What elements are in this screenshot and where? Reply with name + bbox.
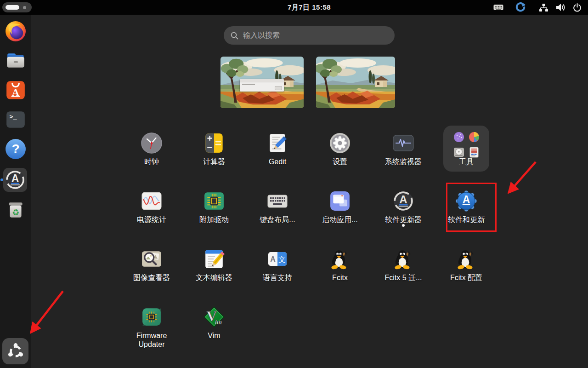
search-input[interactable]: 输入以搜索 <box>224 26 395 45</box>
app-label: Gedit <box>269 157 286 166</box>
app-label: Fcitx 配置 <box>450 273 482 282</box>
app-vim[interactable]: V im Vim <box>184 306 244 340</box>
svg-text:♻: ♻ <box>12 208 19 217</box>
folder-mini-icon-4 <box>469 147 480 158</box>
system-tray <box>493 0 583 15</box>
help-icon: ? <box>5 138 26 160</box>
gedit-icon <box>266 132 288 154</box>
firmware-updater-icon <box>141 306 163 328</box>
files-icon <box>5 50 26 71</box>
app-label: 设置 <box>333 157 347 166</box>
app-fcitx-config[interactable]: Fcitx 配置 <box>436 248 496 282</box>
power-icon[interactable] <box>573 0 582 15</box>
dock-item-software-updater[interactable]: A <box>3 168 27 192</box>
app-power-statistics[interactable]: 电源统计 <box>122 190 181 224</box>
app-software-updater[interactable]: A 软件更新器 <box>373 190 433 224</box>
calculator-icon <box>203 132 225 154</box>
app-label: 启动应用... <box>322 215 357 224</box>
search-icon <box>231 32 238 40</box>
app-image-viewer[interactable]: 图像查看器 <box>122 248 181 282</box>
dock-separator <box>6 164 24 164</box>
dock: A >_ ? A ♻ <box>0 15 31 368</box>
keyboard-indicator-icon[interactable] <box>493 0 503 15</box>
svg-text:文: 文 <box>278 256 286 264</box>
app-firmware-updater[interactable]: Firmware Updater <box>122 306 181 349</box>
fcitx-input-method-icon[interactable] <box>515 0 526 15</box>
svg-text:A: A <box>11 172 19 184</box>
keyboard-layout-icon <box>266 190 288 212</box>
settings-gear-icon <box>329 132 351 154</box>
app-label: 键盘布局... <box>260 215 295 224</box>
ubuntu-logo-icon <box>6 341 26 362</box>
app-label: 系统监视器 <box>385 157 422 166</box>
annotation-arrows <box>0 0 588 368</box>
trash-icon: ♻ <box>5 199 26 220</box>
network-wired-icon[interactable] <box>539 0 548 15</box>
app-settings[interactable]: 设置 <box>310 132 370 166</box>
svg-text:im: im <box>215 318 222 326</box>
dock-item-files[interactable] <box>5 50 26 71</box>
terminal-icon: >_ <box>5 109 26 130</box>
app-keyboard-layout[interactable]: 键盘布局... <box>248 190 307 224</box>
fcitx-tux-icon <box>392 248 414 270</box>
folder-mini-icon-3 <box>453 147 464 158</box>
volume-icon[interactable] <box>556 0 565 15</box>
search-placeholder: 输入以搜索 <box>243 31 280 40</box>
app-label: Vim <box>208 331 220 340</box>
app-label: 软件更新器 <box>385 215 422 224</box>
app-label: 语言支持 <box>263 273 292 282</box>
dock-item-ubuntu-software[interactable]: A <box>5 80 26 101</box>
show-applications-button[interactable] <box>2 338 28 364</box>
app-label: 时钟 <box>144 157 159 166</box>
ubuntu-software-icon: A <box>5 80 26 101</box>
svg-text:A: A <box>270 255 276 263</box>
workspace-thumbnail-2[interactable] <box>316 57 395 108</box>
app-label: 附加驱动 <box>199 215 229 224</box>
svg-text:?: ? <box>11 141 19 156</box>
software-updater-grid-icon: A <box>392 190 414 212</box>
startup-applications-icon <box>329 190 351 212</box>
fcitx-tux-icon <box>329 248 351 270</box>
app-text-editor[interactable]: 文本编辑器 <box>184 248 244 282</box>
app-label: 电源统计 <box>137 215 166 224</box>
workspace-indicator-pill[interactable] <box>2 2 32 12</box>
top-bar: 7月7日 15:58 <box>0 0 588 15</box>
dock-item-firefox[interactable] <box>5 21 26 42</box>
svg-text:A: A <box>463 194 470 206</box>
workspace-active-dot <box>6 5 19 10</box>
app-label: 图像查看器 <box>133 273 170 282</box>
app-calculator[interactable]: 计算器 <box>184 132 244 166</box>
power-statistics-icon <box>141 190 163 212</box>
app-language-support[interactable]: A 文 语言支持 <box>248 248 307 282</box>
app-software-and-updates[interactable]: A 软件和更新 <box>436 190 496 224</box>
app-gedit[interactable]: Gedit <box>248 132 307 166</box>
app-fcitx[interactable]: Fcitx <box>310 248 370 282</box>
app-clock[interactable]: 时钟 <box>122 132 181 166</box>
folder-label: 工具 <box>443 157 489 167</box>
workspace-window-preview <box>240 79 284 92</box>
app-additional-drivers[interactable]: 附加驱动 <box>184 190 244 224</box>
folder-mini-icon-2 <box>469 132 480 143</box>
app-system-monitor[interactable]: 系统监视器 <box>373 132 433 166</box>
dock-item-help[interactable]: ? <box>5 138 26 160</box>
app-folder-tools[interactable]: 工具 <box>443 126 489 172</box>
app-label: 计算器 <box>203 157 225 166</box>
text-editor-icon <box>203 248 225 270</box>
dock-item-trash[interactable]: ♻ <box>5 199 26 220</box>
app-label: Fcitx 5 迁... <box>385 273 422 282</box>
vim-icon: V im <box>203 306 225 328</box>
workspace-thumbnail-1[interactable] <box>220 57 304 108</box>
software-updater-icon: A <box>5 170 25 190</box>
app-label: 软件和更新 <box>448 215 485 224</box>
dock-item-terminal[interactable]: >_ <box>5 109 26 130</box>
workspace-inactive-dot <box>23 6 26 9</box>
app-fcitx5-migration[interactable]: Fcitx 5 迁... <box>373 248 433 282</box>
app-label: Fcitx <box>332 273 348 282</box>
app-label: 文本编辑器 <box>196 273 232 282</box>
dock-running-indicator <box>0 178 3 181</box>
image-viewer-icon <box>141 248 163 270</box>
additional-drivers-icon <box>203 190 225 212</box>
app-startup-applications[interactable]: 启动应用... <box>310 190 370 224</box>
folder-mini-icon-1 <box>453 132 464 143</box>
running-app-dot <box>402 224 405 227</box>
